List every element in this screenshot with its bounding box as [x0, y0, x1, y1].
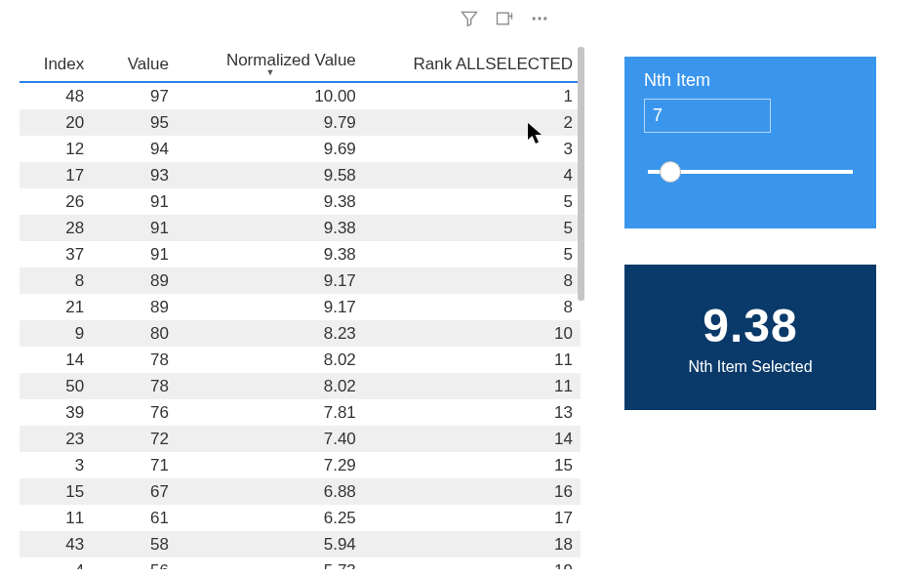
table-row[interactable]: 43585.9418 [20, 531, 581, 557]
table-row[interactable]: 39767.8113 [20, 399, 581, 426]
sort-descending-icon: ▼ [184, 68, 356, 77]
cell-rank: 15 [364, 452, 581, 478]
cell-normalized: 5.73 [177, 557, 364, 569]
column-header-label: Rank ALLSELECTED [414, 55, 573, 73]
cell-index: 9 [20, 320, 92, 347]
cell-index: 26 [20, 188, 92, 215]
cell-value: 58 [92, 531, 177, 557]
cell-value: 89 [92, 268, 177, 294]
table-row[interactable]: 23727.4014 [20, 426, 581, 452]
cell-normalized: 7.81 [177, 399, 364, 426]
visual-toolbar [459, 8, 550, 29]
cell-index: 3 [20, 452, 92, 478]
cell-normalized: 9.38 [177, 215, 364, 241]
table-row[interactable]: 21899.178 [20, 294, 581, 320]
scrollbar-track[interactable] [578, 47, 584, 555]
table-row[interactable]: 50788.0211 [20, 373, 581, 399]
cell-rank: 5 [364, 215, 581, 241]
nth-item-slicer[interactable]: Nth Item [624, 57, 876, 228]
filter-icon[interactable] [459, 8, 480, 29]
cell-index: 50 [20, 373, 92, 399]
table-row[interactable]: 26919.385 [20, 188, 581, 215]
focus-mode-icon[interactable] [494, 8, 515, 29]
kpi-value: 9.38 [703, 299, 797, 352]
cell-normalized: 9.79 [177, 109, 364, 136]
cell-index: 11 [20, 505, 92, 531]
cell-index: 20 [20, 109, 92, 136]
more-options-icon[interactable] [529, 8, 550, 29]
column-header-rank[interactable]: Rank ALLSELECTED [364, 47, 581, 82]
cell-rank: 11 [364, 347, 581, 373]
table-row[interactable]: 15676.8816 [20, 478, 581, 505]
table-row[interactable]: 28919.385 [20, 215, 581, 241]
table-row[interactable]: 8899.178 [20, 268, 581, 294]
cell-rank: 5 [364, 241, 581, 268]
cell-value: 95 [92, 109, 177, 136]
cell-rank: 4 [364, 162, 581, 188]
cell-normalized: 5.94 [177, 531, 364, 557]
column-header-label: Value [128, 55, 169, 73]
cell-index: 23 [20, 426, 92, 452]
column-header-index[interactable]: Index [20, 47, 92, 82]
table-row[interactable]: 14788.0211 [20, 347, 581, 373]
column-header-normalized[interactable]: Normalized Value ▼ [177, 47, 364, 82]
svg-point-1 [533, 17, 536, 20]
cell-normalized: 10.00 [177, 82, 364, 109]
cell-index: 8 [20, 268, 92, 294]
cell-index: 12 [20, 136, 92, 162]
slider-thumb[interactable] [660, 161, 681, 183]
table-row[interactable]: 489710.001 [20, 82, 581, 109]
table-row[interactable]: 9808.2310 [20, 320, 581, 347]
cell-rank: 3 [364, 136, 581, 162]
cell-value: 76 [92, 399, 177, 426]
cell-value: 93 [92, 162, 177, 188]
cell-rank: 8 [364, 294, 581, 320]
cell-rank: 13 [364, 399, 581, 426]
cell-value: 61 [92, 505, 177, 531]
cell-index: 17 [20, 162, 92, 188]
nth-item-selected-card: 9.38 Nth Item Selected [624, 265, 876, 410]
table-row[interactable]: 17939.584 [20, 162, 581, 188]
table-row[interactable]: 20959.792 [20, 109, 581, 136]
cell-value: 91 [92, 215, 177, 241]
cell-normalized: 8.02 [177, 347, 364, 373]
table-visual[interactable]: Index Value Normalized Value ▼ Rank ALLS… [20, 47, 581, 569]
table-row[interactable]: 12949.693 [20, 136, 581, 162]
scrollbar-thumb[interactable] [578, 47, 584, 301]
cell-value: 78 [92, 347, 177, 373]
column-header-label: Normalized Value [226, 51, 356, 69]
cell-value: 71 [92, 452, 177, 478]
table-row[interactable]: 11616.2517 [20, 505, 581, 531]
svg-point-2 [538, 17, 541, 20]
table-row[interactable]: 37919.385 [20, 241, 581, 268]
cell-value: 56 [92, 557, 177, 569]
cell-value: 89 [92, 294, 177, 320]
cell-rank: 8 [364, 268, 581, 294]
cell-normalized: 6.25 [177, 505, 364, 531]
column-header-value[interactable]: Value [92, 47, 177, 82]
cell-index: 37 [20, 241, 92, 268]
cell-normalized: 9.58 [177, 162, 364, 188]
cell-index: 14 [20, 347, 92, 373]
nth-item-input[interactable] [644, 99, 771, 133]
cell-rank: 16 [364, 478, 581, 505]
cell-normalized: 7.29 [177, 452, 364, 478]
cell-normalized: 8.02 [177, 373, 364, 399]
cell-value: 91 [92, 241, 177, 268]
table-row[interactable]: 3717.2915 [20, 452, 581, 478]
column-header-label: Index [44, 55, 85, 73]
cell-normalized: 9.38 [177, 188, 364, 215]
cell-normalized: 9.38 [177, 241, 364, 268]
cell-normalized: 8.23 [177, 320, 364, 347]
cell-index: 21 [20, 294, 92, 320]
cell-index: 15 [20, 478, 92, 505]
svg-point-3 [543, 17, 546, 20]
nth-item-slider[interactable] [648, 160, 853, 184]
slicer-title: Nth Item [644, 70, 863, 91]
cell-rank: 19 [364, 557, 581, 569]
table-row[interactable]: 4565.7319 [20, 557, 581, 569]
data-table: Index Value Normalized Value ▼ Rank ALLS… [20, 47, 581, 569]
cell-normalized: 7.40 [177, 426, 364, 452]
cell-rank: 1 [364, 82, 581, 109]
cell-index: 28 [20, 215, 92, 241]
